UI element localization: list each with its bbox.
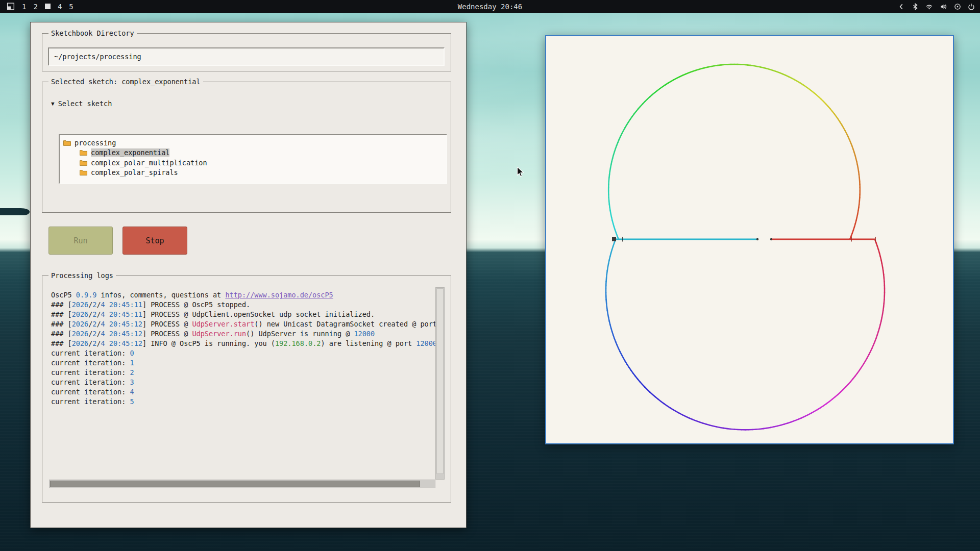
log-line: current iteration: 4 — [51, 387, 435, 397]
tree-item-label: complex_polar_multiplication — [91, 159, 207, 167]
selected-sketch-label: Selected sketch: complex_exponential — [48, 78, 203, 86]
processing-logs-label: Processing logs — [48, 271, 116, 280]
display-icon[interactable] — [954, 3, 961, 10]
folder-icon — [80, 149, 87, 156]
tree-item-label: processing — [75, 139, 116, 147]
tree-item-complex_exponential[interactable]: complex_exponential — [60, 148, 446, 158]
workspace-4[interactable]: 4 — [58, 3, 62, 11]
log-line: current iteration: 0 — [51, 348, 435, 358]
processing-logs-group: Processing logs OscP5 0.9.9 infos, comme… — [42, 276, 451, 503]
log-line: current iteration: 2 — [51, 368, 435, 378]
log-line: ### [2026/2/4 20:45:12] PROCESS @ UdpSer… — [51, 329, 435, 339]
run-button[interactable]: Run — [48, 227, 113, 255]
log-line: ### [2026/2/4 20:45:12] INFO @ OscP5 is … — [51, 339, 435, 348]
vertical-scrollbar-thumb[interactable] — [436, 288, 444, 474]
workspace-list: 1245 — [22, 3, 74, 11]
log-link[interactable]: http://www.sojamo.de/oscP5 — [225, 291, 333, 299]
chevron-down-icon: ▼ — [51, 101, 55, 107]
wifi-icon[interactable] — [925, 3, 933, 10]
layout-icon[interactable] — [7, 3, 15, 10]
system-tray — [898, 0, 975, 13]
log-line: ### [2026/2/4 20:45:11] PROCESS @ UdpCli… — [51, 310, 435, 319]
workspace-1[interactable]: 1 — [22, 3, 26, 11]
stop-button[interactable]: Stop — [122, 227, 187, 255]
control-panel-window[interactable]: Sketchbook Directory Selected sketch: co… — [30, 22, 467, 528]
clock: Wednesday 20:46 — [458, 3, 522, 11]
select-sketch-expander-label: Select sketch — [58, 99, 112, 108]
chevron-left-icon[interactable] — [898, 3, 905, 10]
workspace-5[interactable]: 5 — [69, 3, 73, 11]
sketchbook-directory-input[interactable] — [48, 47, 445, 66]
volume-icon[interactable] — [940, 3, 947, 10]
log-line: current iteration: 5 — [51, 397, 435, 407]
log-line: current iteration: 3 — [51, 378, 435, 387]
vertical-scrollbar[interactable] — [435, 287, 445, 480]
log-output: OscP5 0.9.9 infos, comments, questions a… — [49, 287, 435, 480]
tree-item-complex_polar_spirals[interactable]: complex_polar_spirals — [60, 168, 446, 178]
folder-icon — [80, 160, 87, 166]
tree-item-complex_polar_multiplication[interactable]: complex_polar_multiplication — [60, 158, 446, 168]
processing-sketch-window[interactable] — [545, 35, 954, 444]
workspace-2[interactable]: 2 — [33, 3, 37, 11]
log-line: ### [2026/2/4 20:45:11] PROCESS @ OscP5 … — [51, 300, 435, 310]
island-silhouette — [0, 208, 30, 215]
selected-sketch-group: Selected sketch: complex_exponential ▼ S… — [42, 82, 451, 213]
folder-icon — [80, 169, 87, 176]
tree-item-label: complex_polar_spirals — [91, 168, 178, 177]
horizontal-scrollbar[interactable] — [49, 480, 435, 488]
power-icon[interactable] — [968, 3, 975, 10]
bluetooth-icon[interactable] — [912, 3, 919, 10]
complex-exponential-plot — [546, 36, 953, 443]
log-line: OscP5 0.9.9 infos, comments, questions a… — [51, 290, 435, 300]
select-sketch-expander[interactable]: ▼ Select sketch — [51, 99, 112, 108]
workspace-active-indicator[interactable] — [45, 4, 51, 9]
log-panel: OscP5 0.9.9 infos, comments, questions a… — [49, 287, 445, 488]
sketchbook-directory-label: Sketchbook Directory — [48, 29, 137, 37]
log-line: ### [2026/2/4 20:45:12] PROCESS @ UdpSer… — [51, 319, 435, 329]
log-line: current iteration: 1 — [51, 358, 435, 368]
folder-icon — [63, 140, 71, 146]
tree-item-label: complex_exponential — [91, 148, 169, 157]
sketchbook-directory-group: Sketchbook Directory — [42, 33, 451, 71]
tree-item-processing[interactable]: processing — [60, 138, 446, 148]
horizontal-scrollbar-thumb[interactable] — [50, 481, 420, 487]
sketch-tree: processingcomplex_exponentialcomplex_pol… — [59, 134, 447, 184]
workspace-switcher: 1245 — [7, 0, 74, 13]
menubar: 1245 Wednesday 20:46 — [0, 0, 980, 13]
